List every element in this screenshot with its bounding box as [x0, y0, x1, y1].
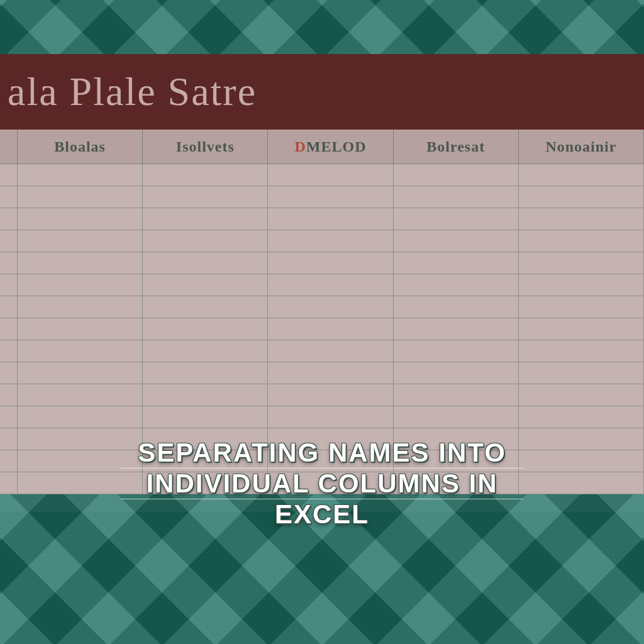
table-cell[interactable]: [268, 296, 393, 318]
row-number-cell[interactable]: [0, 428, 18, 450]
app-title: ala Plale Satre: [8, 69, 257, 115]
table-row: [0, 164, 644, 186]
overlay-line-1: SEPARATING NAMES INTO: [138, 438, 506, 467]
column-header-4[interactable]: Bolresat: [394, 130, 519, 164]
row-number-cell[interactable]: [0, 340, 18, 362]
table-cell[interactable]: [394, 318, 519, 340]
row-number-cell[interactable]: [0, 384, 18, 406]
table-cell[interactable]: [18, 362, 143, 384]
row-number-cell[interactable]: [0, 296, 18, 318]
column-header-label: Bloalas: [54, 138, 106, 155]
column-header-label: Bolresat: [426, 138, 485, 155]
table-cell[interactable]: [143, 406, 268, 428]
title-bar: ala Plale Satre: [0, 54, 644, 130]
table-cell[interactable]: [143, 252, 268, 274]
table-cell[interactable]: [268, 384, 393, 406]
row-number-cell[interactable]: [0, 362, 18, 384]
column-header-3[interactable]: DMELOD: [268, 130, 393, 164]
row-number-cell[interactable]: [0, 406, 18, 428]
table-cell[interactable]: [519, 296, 644, 318]
table-cell[interactable]: [18, 318, 143, 340]
column-header-1[interactable]: Bloalas: [18, 130, 143, 164]
table-cell[interactable]: [519, 340, 644, 362]
table-cell[interactable]: [394, 274, 519, 296]
table-cell[interactable]: [143, 164, 268, 186]
table-cell[interactable]: [519, 362, 644, 384]
table-cell[interactable]: [18, 208, 143, 230]
table-cell[interactable]: [519, 208, 644, 230]
table-cell[interactable]: [394, 252, 519, 274]
table-cell[interactable]: [394, 186, 519, 208]
table-cell[interactable]: [519, 164, 644, 186]
table-cell[interactable]: [18, 296, 143, 318]
table-cell[interactable]: [18, 186, 143, 208]
table-cell[interactable]: [18, 384, 143, 406]
column-header-row: Bloalas Isollvets DMELOD Bolresat Nonoai…: [0, 130, 644, 164]
table-cell[interactable]: [394, 164, 519, 186]
table-cell[interactable]: [268, 186, 393, 208]
table-cell[interactable]: [18, 340, 143, 362]
table-row: [0, 296, 644, 318]
column-header-label: Isollvets: [176, 138, 235, 155]
table-cell[interactable]: [394, 362, 519, 384]
table-cell[interactable]: [18, 406, 143, 428]
table-row: [0, 252, 644, 274]
table-cell[interactable]: [268, 318, 393, 340]
table-cell[interactable]: [268, 406, 393, 428]
table-cell[interactable]: [394, 340, 519, 362]
table-row: [0, 384, 644, 406]
table-cell[interactable]: [519, 230, 644, 252]
column-header-2[interactable]: Isollvets: [143, 130, 268, 164]
table-cell[interactable]: [519, 384, 644, 406]
table-cell[interactable]: [143, 230, 268, 252]
row-number-cell[interactable]: [0, 274, 18, 296]
table-cell[interactable]: [143, 384, 268, 406]
row-number-cell[interactable]: [0, 252, 18, 274]
table-cell[interactable]: [268, 164, 393, 186]
table-row: [0, 208, 644, 230]
row-number-cell[interactable]: [0, 472, 18, 494]
table-cell[interactable]: [519, 186, 644, 208]
table-row: [0, 274, 644, 296]
overlay-line-2: INDIVIDUAL COLUMNS IN: [146, 469, 497, 498]
table-cell[interactable]: [143, 186, 268, 208]
table-cell[interactable]: [143, 362, 268, 384]
row-number-cell[interactable]: [0, 164, 18, 186]
table-cell[interactable]: [268, 208, 393, 230]
table-cell[interactable]: [268, 252, 393, 274]
table-cell[interactable]: [268, 340, 393, 362]
column-header-label: Nonoainir: [545, 138, 616, 155]
table-cell[interactable]: [268, 362, 393, 384]
table-cell[interactable]: [18, 274, 143, 296]
table-cell[interactable]: [143, 208, 268, 230]
table-cell[interactable]: [394, 384, 519, 406]
table-cell[interactable]: [394, 208, 519, 230]
row-number-cell[interactable]: [0, 450, 18, 472]
table-row: [0, 318, 644, 340]
table-cell[interactable]: [18, 252, 143, 274]
column-header-label: MELOD: [306, 138, 367, 155]
table-row: [0, 186, 644, 208]
overlay-caption: SEPARATING NAMES INTO INDIVIDUAL COLUMNS…: [96, 439, 548, 528]
table-cell[interactable]: [268, 274, 393, 296]
table-cell[interactable]: [394, 296, 519, 318]
table-cell[interactable]: [519, 406, 644, 428]
column-header-5[interactable]: Nonoainir: [519, 130, 644, 164]
row-number-cell[interactable]: [0, 230, 18, 252]
table-cell[interactable]: [18, 230, 143, 252]
table-cell[interactable]: [519, 318, 644, 340]
table-cell[interactable]: [268, 230, 393, 252]
row-number-cell[interactable]: [0, 318, 18, 340]
table-cell[interactable]: [143, 274, 268, 296]
table-cell[interactable]: [519, 274, 644, 296]
table-cell[interactable]: [519, 252, 644, 274]
table-cell[interactable]: [143, 296, 268, 318]
table-cell[interactable]: [394, 230, 519, 252]
table-cell[interactable]: [143, 340, 268, 362]
table-cell[interactable]: [18, 164, 143, 186]
row-number-cell[interactable]: [0, 186, 18, 208]
overlay-line-3: EXCEL: [275, 499, 369, 529]
row-number-cell[interactable]: [0, 208, 18, 230]
table-cell[interactable]: [394, 406, 519, 428]
table-cell[interactable]: [143, 318, 268, 340]
